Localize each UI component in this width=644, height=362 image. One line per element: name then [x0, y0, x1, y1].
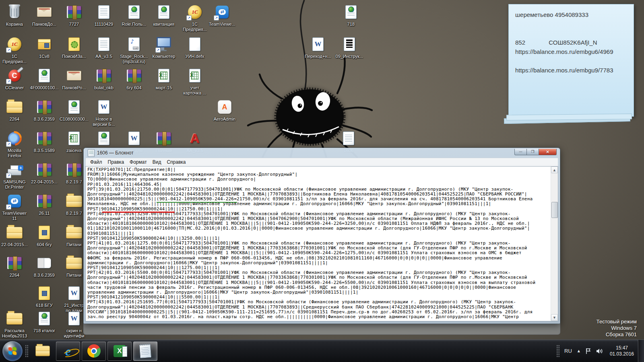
scroll-thumb[interactable] — [551, 202, 558, 218]
menu-item-3[interactable]: Формат — [127, 158, 150, 166]
sticky-note-text[interactable]: шереметьево 4954089333 852 СОШ852K6AfjI_… — [509, 4, 634, 80]
show-desktop-button[interactable] — [638, 340, 644, 362]
notepad-text[interactable]: FK|TXPP140701|1С:Предприятие|8|| FROM|3|… — [86, 167, 551, 321]
desktop-icon-label: 718 — [332, 22, 369, 27]
desktop-icon-9[interactable]: 718 — [334, 3, 368, 35]
minimize-button[interactable]: — — [514, 149, 527, 155]
notepad-body: FK|TXPP140701|1С:Предприятие|8|| FROM|3|… — [85, 166, 558, 321]
word-document-icon: W — [312, 37, 324, 51]
mp3-file-icon: ♪MP3 — [128, 37, 140, 51]
shortcut-arrow-icon: ↗ — [155, 47, 161, 53]
taskbar-button-explorer[interactable] — [31, 342, 54, 360]
notepad-menubar: ФайлПравкаФорматВидСправка — [85, 158, 558, 166]
word-document-icon: W — [128, 132, 140, 145]
shortcut-arrow-icon: ↗ — [6, 173, 11, 178]
desktop-icon-15[interactable]: ↗Компьютер — [147, 35, 181, 67]
volume-speaker-icon[interactable] — [594, 348, 606, 354]
aeroadmin-icon: A — [218, 100, 231, 114]
desktop-icon-16[interactable]: УИН.defx — [178, 35, 212, 67]
gear-file-icon — [68, 37, 80, 51]
menu-item-1[interactable]: Файл — [87, 158, 105, 166]
envelope-document-icon — [67, 71, 81, 80]
winrar-archive-icon — [7, 257, 22, 269]
watermark-line-1: Тестовый режим — [597, 319, 637, 325]
open-book-icon — [37, 258, 51, 268]
desktop-icon-22[interactable]: bulat_okb — [87, 67, 121, 98]
test-mode-watermark: Тестовый режимWindows 7Сборка 7601 — [597, 319, 637, 338]
file-icon — [189, 37, 200, 51]
red-a-app-icon: A — [190, 132, 199, 145]
folder-icon — [6, 227, 23, 239]
menu-item-5[interactable]: Справка — [164, 158, 188, 166]
desktop-icon-29[interactable]: WНовое в версии Б... — [87, 98, 121, 130]
close-button[interactable]: × — [539, 149, 557, 155]
vertical-scrollbar[interactable]: ▲ ▼ — [551, 167, 558, 321]
desktop-icon-label: Новое в версии Б... — [85, 117, 122, 127]
winrar-archive-icon — [37, 195, 52, 207]
winrar-archive-icon — [157, 132, 171, 144]
clock-time: 15:47 — [610, 345, 634, 351]
menu-item-4[interactable]: Вид — [150, 158, 164, 166]
desktop-icon-25[interactable]: Xучет карточка ... — [178, 67, 212, 98]
desktop-icon-label: 09_Инструк... — [331, 54, 368, 59]
desktop-icon-4[interactable]: 11110429 — [87, 3, 121, 35]
explorer-folder-icon — [35, 346, 50, 356]
text-file-icon — [343, 132, 354, 145]
winrar-archive-icon — [37, 164, 52, 176]
winrar-archive-icon — [97, 70, 111, 82]
notepad-icon — [88, 149, 95, 157]
menu-item-2[interactable]: Правка — [105, 158, 127, 166]
scroll-up-arrow-icon[interactable]: ▲ — [551, 167, 558, 173]
shortcut-arrow-icon: ↗ — [214, 15, 219, 21]
1c-data-file-icon — [39, 286, 50, 300]
taskbar: eX RU ▲ 15:47 01.03.2016 — [0, 339, 644, 362]
taskbar-button-notepad[interactable] — [133, 341, 157, 361]
desktop-icon-label: учет карточка ... — [176, 85, 213, 96]
xml-document-icon — [39, 69, 50, 82]
xml-document-icon — [345, 5, 357, 19]
folder-icon — [66, 227, 82, 239]
watermark-line-2: Windows 7 — [597, 325, 637, 331]
excel-icon: X — [114, 345, 126, 357]
taskbar-button-internet-explorer[interactable]: e — [56, 341, 80, 361]
xml-document-icon — [158, 5, 169, 19]
word-document-icon: W — [68, 312, 80, 325]
desktop-icon-8[interactable]: ⇄↗TeamViewe... — [205, 3, 239, 35]
excel-document-icon: X — [158, 69, 169, 82]
quick-launch-grip[interactable] — [25, 345, 29, 358]
sticky-note[interactable]: шереметьево 4954089333 852 СОШ852K6AfjI_… — [508, 4, 634, 117]
shortcut-arrow-icon: ↗ — [6, 204, 11, 210]
desktop-icon-label: УИН.defx — [176, 54, 213, 59]
desktop-icon-18[interactable]: 09_Инструк... — [332, 35, 367, 67]
tray-grip[interactable] — [556, 345, 560, 358]
winrar-archive-icon — [37, 132, 52, 144]
scroll-down-arrow-icon[interactable]: ▼ — [551, 314, 558, 321]
desktop-icon-30[interactable]: AAeroAdmin — [207, 98, 242, 130]
desktop-icon-label: TeamViewe... — [204, 22, 241, 27]
maximize-button[interactable]: ❐ — [527, 149, 539, 155]
taskbar-button-chrome[interactable] — [82, 341, 106, 361]
taskbar-clock[interactable]: 15:47 01.03.2016 — [606, 345, 638, 357]
action-center-flag-icon[interactable] — [583, 348, 594, 354]
folder-icon — [66, 257, 82, 269]
xml-document-icon — [39, 312, 50, 325]
notepad-titlebar[interactable]: 1606 — Блокнот — ❐ × — [84, 148, 560, 158]
system-tray: RU ▲ 15:47 01.03.2016 — [555, 340, 644, 362]
shortcut-arrow-icon: ↗ — [6, 47, 11, 53]
envelope-document-icon — [37, 7, 52, 17]
text-file-icon — [98, 37, 109, 51]
text-file-icon — [98, 5, 109, 19]
language-indicator[interactable]: RU — [561, 348, 575, 354]
winrar-archive-icon — [127, 70, 141, 82]
folder-icon — [6, 313, 23, 325]
winrar-archive-icon — [37, 101, 52, 113]
taskbar-button-excel[interactable]: X — [107, 341, 132, 361]
winrar-archive-icon — [67, 6, 81, 18]
excel-document-icon: X — [189, 69, 200, 82]
desktop-icon-17[interactable]: WПереход+н... — [301, 35, 335, 67]
show-hidden-icons-chevron[interactable]: ▲ — [575, 349, 583, 353]
xml-document-icon — [68, 100, 80, 114]
word-document-icon: W — [98, 100, 109, 114]
1c-data-file-icon — [39, 226, 50, 239]
start-button[interactable] — [2, 341, 23, 361]
